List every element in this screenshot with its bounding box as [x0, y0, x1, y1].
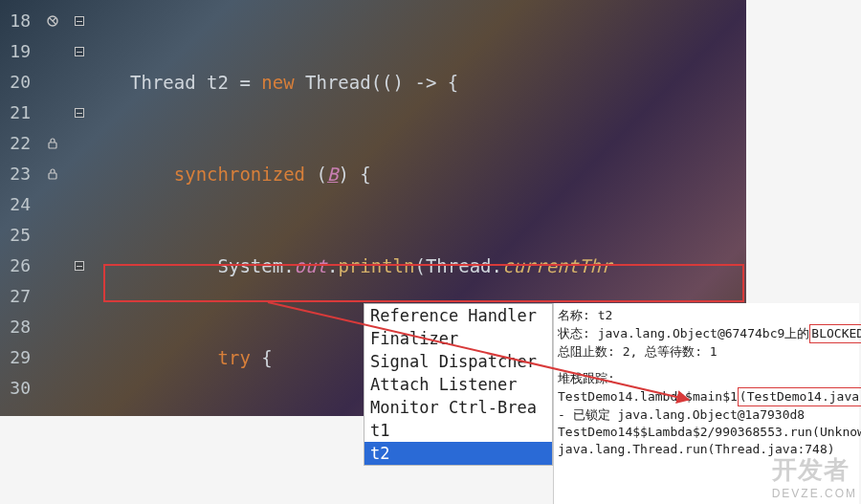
watermark: 开发者 DEVZE.COM	[772, 453, 857, 500]
line-number: 29	[0, 342, 31, 373]
fold-toggle[interactable]	[67, 36, 92, 67]
stack-frame: - 已锁定 java.lang.Object@1a7930d8	[558, 406, 855, 424]
line-number: 30	[0, 373, 31, 404]
code-line-18: Thread t2 = new Thread(() -> {	[130, 67, 746, 98]
line-number: 18	[0, 6, 31, 36]
fold-toggle[interactable]	[67, 98, 92, 128]
line-number: 20	[0, 67, 31, 98]
svg-rect-1	[49, 142, 56, 148]
lambda-marker-icon	[46, 14, 59, 28]
detail-waited-label: 总等待数:	[645, 344, 702, 359]
stack-frame: TestDemo14.lambda$main$1	[558, 389, 738, 404]
line-number: 25	[0, 220, 31, 251]
fold-gutter	[67, 0, 92, 416]
annotation-highlight-blocked: BLOCKED	[809, 324, 861, 343]
line-number: 21	[0, 98, 31, 128]
line-number: 26	[0, 251, 31, 281]
detail-stack-label: 堆栈跟踪:	[558, 370, 855, 387]
detail-blocked-label: 总阻止数:	[558, 344, 615, 359]
thread-list-item[interactable]: Reference Handler	[364, 304, 552, 327]
annotation-highlight-stackline: (TestDemo14.java:27)	[738, 387, 861, 406]
lock-marker-icon	[46, 167, 59, 181]
thread-list-item-selected[interactable]: t2	[364, 442, 552, 465]
line-number: 22	[0, 128, 31, 159]
code-line-20: System.out.println(Thread.currentThr	[130, 251, 746, 281]
line-number: 28	[0, 312, 31, 342]
thread-list-item[interactable]: Attach Listener	[364, 373, 552, 396]
svg-rect-2	[49, 173, 56, 179]
line-number: 24	[0, 189, 31, 220]
thread-list-item[interactable]: Finalizer	[364, 327, 552, 350]
detail-name-label: 名称:	[558, 308, 590, 322]
thread-list-item[interactable]: Signal Dispatcher	[364, 350, 552, 373]
detail-name-value: t2	[598, 308, 613, 322]
fold-toggle[interactable]	[67, 251, 92, 281]
detail-blocked-value: 2,	[623, 344, 638, 359]
thread-list-item[interactable]: t1	[364, 419, 552, 442]
line-number: 27	[0, 281, 31, 312]
line-number-gutter: 18 19 20 21 22 23 24 25 26 27 28 29 30	[0, 0, 38, 416]
fold-toggle[interactable]	[67, 6, 92, 36]
line-number: 23	[0, 159, 31, 189]
marker-gutter	[38, 0, 67, 416]
detail-state-pre: java.lang.Object@67474bc9上的	[598, 326, 810, 340]
code-line-19: synchronized (B) {	[130, 159, 746, 189]
line-number: 19	[0, 36, 31, 67]
stack-frame: TestDemo14$$Lambda$2/990368553.run(Unkno…	[558, 424, 855, 441]
thread-list-item[interactable]: Monitor Ctrl-Brea	[364, 396, 552, 419]
detail-state-label: 状态:	[558, 326, 590, 340]
thread-list-panel: Reference Handler Finalizer Signal Dispa…	[364, 303, 553, 466]
detail-waited-value: 1	[710, 344, 718, 359]
lock-marker-icon	[46, 137, 59, 150]
